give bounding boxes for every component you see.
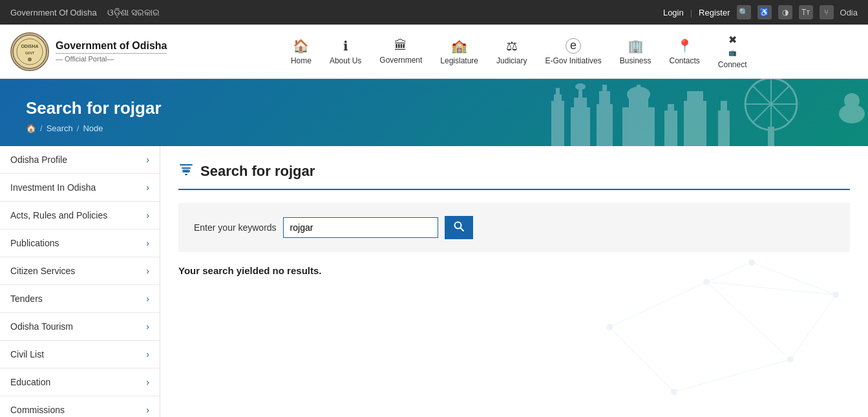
sidebar-item-civil-list[interactable]: Civil List › xyxy=(0,341,160,369)
register-button[interactable]: Register xyxy=(699,8,730,17)
arrow-icon: › xyxy=(146,155,149,165)
sidebar: Odisha Profile › Investment In Odisha › … xyxy=(0,146,160,417)
logo-area: ODISHA GOVT Government of Odisha — Offic… xyxy=(10,32,167,71)
svg-rect-9 xyxy=(574,98,587,107)
sidebar-item-tenders[interactable]: Tenders › xyxy=(0,285,160,313)
site-name: Government Of Odisha xyxy=(10,8,97,17)
svg-text:GOVT: GOVT xyxy=(25,51,34,55)
page-title: Search for rojgar xyxy=(200,163,315,180)
nav-connect-label: Connect xyxy=(718,60,747,69)
search-label: Enter your keywords xyxy=(194,222,277,233)
judiciary-icon: ⚖ xyxy=(506,38,518,54)
arrow-icon: › xyxy=(146,377,149,387)
odia-text: ଓଡ଼ିଶା ସରକାର xyxy=(107,7,160,18)
nav-about[interactable]: ℹ About Us xyxy=(322,34,369,69)
filter-icon xyxy=(178,162,194,181)
nav-legislature[interactable]: 🏫 Legislature xyxy=(432,34,486,69)
svg-rect-21 xyxy=(684,101,706,146)
svg-rect-5 xyxy=(551,101,564,146)
svg-point-30 xyxy=(844,93,860,109)
arrow-icon: › xyxy=(146,266,149,276)
content-area: Odisha Profile › Investment In Odisha › … xyxy=(0,146,868,417)
search-input[interactable] xyxy=(283,217,438,238)
sidebar-label: Odisha Profile xyxy=(10,155,67,165)
nav-contacts[interactable]: 📍 Contacts xyxy=(661,34,707,69)
arrow-icon: › xyxy=(146,349,149,359)
svg-point-11 xyxy=(575,83,586,90)
sidebar-item-odisha-profile[interactable]: Odisha Profile › xyxy=(0,146,160,174)
top-bar-left: Government Of Odisha ଓଡ଼ିଶା ସରକାର xyxy=(10,7,160,18)
search-icon xyxy=(454,221,464,231)
nav-home[interactable]: 🏠 Home xyxy=(283,34,319,69)
banner: Search for rojgar 🏠 / Search / Node xyxy=(0,79,868,146)
sitemap-icon[interactable]: ⑂ xyxy=(820,5,834,19)
logo-emblem: ODISHA GOVT xyxy=(10,32,49,71)
sidebar-item-citizen-services[interactable]: Citizen Services › xyxy=(0,257,160,285)
arrow-icon: › xyxy=(146,405,149,415)
sidebar-item-acts[interactable]: Acts, Rules and Policies › xyxy=(0,202,160,230)
sidebar-label: Citizen Services xyxy=(10,266,75,276)
breadcrumb-node: Node xyxy=(83,123,103,133)
breadcrumb-search[interactable]: Search xyxy=(47,123,73,133)
arrow-icon: › xyxy=(146,210,149,220)
svg-rect-19 xyxy=(664,111,677,146)
svg-line-43 xyxy=(706,282,836,295)
language-selector[interactable]: Odia xyxy=(840,8,858,17)
sidebar-label: Investment In Odisha xyxy=(10,182,96,193)
svg-rect-32 xyxy=(721,101,727,111)
svg-point-37 xyxy=(832,292,839,298)
svg-rect-7 xyxy=(556,88,560,94)
sidebar-item-tourism[interactable]: Odisha Tourism › xyxy=(0,313,160,341)
svg-line-42 xyxy=(609,327,674,392)
sidebar-label: Education xyxy=(10,377,50,387)
arrow-icon: › xyxy=(146,238,149,248)
nav-egov[interactable]: e E-Gov Initiatives xyxy=(537,34,609,69)
nav-government[interactable]: 🏛 Government xyxy=(372,34,430,69)
banner-silhouette xyxy=(545,79,868,146)
sidebar-label: Civil List xyxy=(10,349,44,359)
sidebar-item-commissions[interactable]: Commissions › xyxy=(0,396,160,417)
nav-judiciary[interactable]: ⚖ Judiciary xyxy=(489,34,535,69)
sidebar-item-publications[interactable]: Publications › xyxy=(0,230,160,257)
nav-judiciary-label: Judiciary xyxy=(496,56,527,65)
bg-network xyxy=(545,230,868,417)
nav-egov-label: E-Gov Initiatives xyxy=(545,56,601,65)
nav-header: ODISHA GOVT Government of Odisha — Offic… xyxy=(0,25,868,79)
svg-line-44 xyxy=(790,295,836,359)
login-button[interactable]: Login xyxy=(663,8,684,17)
search-form-area: Enter your keywords xyxy=(178,203,850,252)
search-button[interactable] xyxy=(445,216,473,239)
page-title-row: Search for rojgar xyxy=(178,162,850,181)
nav-connect[interactable]: ✖📺 Connect xyxy=(710,30,755,73)
svg-rect-28 xyxy=(768,127,774,146)
svg-point-33 xyxy=(606,324,613,330)
font-size-icon[interactable]: Tт xyxy=(799,5,813,19)
svg-rect-6 xyxy=(554,94,562,101)
arrow-icon: › xyxy=(146,294,149,304)
sidebar-item-investment[interactable]: Investment In Odisha › xyxy=(0,174,160,202)
no-results-message: Your search yielded no results. xyxy=(178,265,850,276)
sidebar-item-education[interactable]: Education › xyxy=(0,369,160,396)
nav-about-label: About Us xyxy=(330,56,361,65)
nav-business[interactable]: 🏢 Business xyxy=(612,34,659,69)
nav-contacts-label: Contacts xyxy=(669,56,699,65)
arrow-icon: › xyxy=(146,182,149,193)
search-icon[interactable]: 🔍 xyxy=(737,5,751,19)
main-content: Search for rojgar Enter your keywords Yo… xyxy=(160,146,868,417)
breadcrumb-home-icon[interactable]: 🏠 xyxy=(26,123,36,133)
title-divider xyxy=(178,189,850,190)
accessibility-icon[interactable]: ♿ xyxy=(757,5,772,19)
svg-point-35 xyxy=(787,356,794,363)
svg-line-41 xyxy=(674,359,790,392)
connect-icon: ✖📺 xyxy=(728,34,737,58)
svg-point-4 xyxy=(28,58,32,61)
sidebar-label: Commissions xyxy=(10,405,65,415)
svg-text:ODISHA: ODISHA xyxy=(21,44,38,48)
svg-line-39 xyxy=(609,282,706,327)
info-icon: ℹ xyxy=(343,38,348,54)
svg-rect-18 xyxy=(637,85,640,94)
legislature-icon: 🏫 xyxy=(451,38,467,54)
contrast-icon[interactable]: ◑ xyxy=(778,5,792,19)
sidebar-label: Odisha Tourism xyxy=(10,321,73,332)
top-bar-right: Login | Register 🔍 ♿ ◑ Tт ⑂ Odia xyxy=(663,5,858,19)
